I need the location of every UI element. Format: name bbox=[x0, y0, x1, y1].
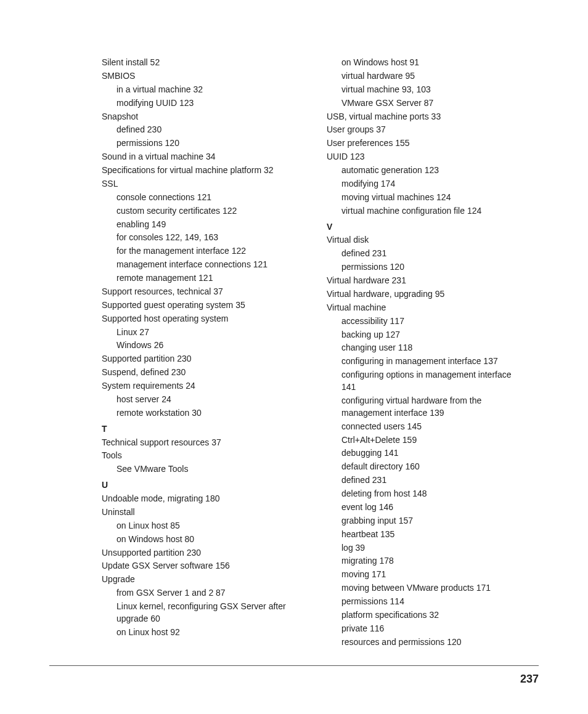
index-subentry: moving virtual machines 124 bbox=[327, 192, 527, 204]
index-entry: Technical support resources 37 bbox=[102, 437, 302, 449]
index-subentry: changing user 118 bbox=[327, 342, 527, 354]
index-subentry: private 116 bbox=[327, 623, 527, 635]
index-subentry: management interface connections 121 bbox=[102, 259, 302, 271]
index-subentry: from GSX Server 1 and 2 87 bbox=[102, 587, 302, 599]
index-entry: User preferences 155 bbox=[327, 137, 527, 150]
index-subentry: grabbing input 157 bbox=[327, 515, 527, 527]
index-subentry: accessibility 117 bbox=[327, 315, 527, 328]
footer-rule bbox=[49, 665, 539, 666]
index-subentry: for consoles 122, 149, 163 bbox=[102, 232, 302, 244]
index-entry: Virtual machine bbox=[327, 302, 527, 314]
index-subentry: defined 230 bbox=[102, 124, 302, 136]
index-entry: Tools bbox=[102, 450, 302, 462]
index-subentry: on Linux host 85 bbox=[102, 520, 302, 532]
index-entry: Silent install 52 bbox=[102, 57, 302, 69]
index-entry: Undoable mode, migrating 180 bbox=[102, 493, 302, 505]
index-subentry: defined 231 bbox=[327, 248, 527, 260]
index-subentry: deleting from host 148 bbox=[327, 488, 527, 500]
index-subentry: resources and permissions 120 bbox=[327, 636, 527, 649]
index-subentry: in a virtual machine 32 bbox=[102, 84, 302, 96]
index-entry: Virtual disk bbox=[327, 234, 527, 246]
index-entry: Unsupported partition 230 bbox=[102, 547, 302, 559]
index-section-head: U bbox=[102, 479, 302, 492]
index-entry: Sound in a virtual machine 34 bbox=[102, 151, 302, 163]
index-entry: USB, virtual machine ports 33 bbox=[327, 111, 527, 123]
index-subentry: virtual hardware 95 bbox=[327, 70, 527, 83]
index-subentry: on Linux host 92 bbox=[102, 627, 302, 639]
index-subentry: console connections 121 bbox=[102, 192, 302, 204]
index-subentry: for the management interface 122 bbox=[102, 245, 302, 258]
index-subentry: automatic generation 123 bbox=[327, 164, 527, 177]
index-subentry: configuring options in management interf… bbox=[327, 369, 527, 394]
index-subentry: modifying UUID 123 bbox=[102, 97, 302, 110]
index-subentry: enabling 149 bbox=[102, 219, 302, 231]
index-subentry: Windows 26 bbox=[102, 339, 302, 352]
index-entry: Virtual hardware, upgrading 95 bbox=[327, 288, 527, 301]
index-column-left: Silent install 52SMBIOSin a virtual mach… bbox=[102, 57, 302, 650]
index-subentry: connected users 145 bbox=[327, 421, 527, 433]
index-column-right: on Windows host 91virtual hardware 95vir… bbox=[327, 57, 527, 650]
index-subentry: configuring in management interface 137 bbox=[327, 355, 527, 368]
index-subentry: moving 171 bbox=[327, 569, 527, 581]
index-entry: Update GSX Server software 156 bbox=[102, 560, 302, 572]
index-entry: SMBIOS bbox=[102, 70, 302, 83]
index-page: Silent install 52SMBIOSin a virtual mach… bbox=[0, 0, 588, 714]
index-subentry: platform specifications 32 bbox=[327, 609, 527, 622]
index-subentry: custom security certificates 122 bbox=[102, 205, 302, 217]
index-subentry: modifying 174 bbox=[327, 178, 527, 190]
index-section-head: T bbox=[102, 423, 302, 436]
index-columns: Silent install 52SMBIOSin a virtual mach… bbox=[102, 57, 539, 650]
index-subentry: permissions 120 bbox=[102, 137, 302, 150]
index-subentry: moving between VMware products 171 bbox=[327, 582, 527, 594]
index-subentry: defined 231 bbox=[327, 474, 527, 487]
index-entry: Specifications for virtual machine platf… bbox=[102, 164, 302, 177]
index-subentry: remote workstation 30 bbox=[102, 407, 302, 420]
index-subentry: log 39 bbox=[327, 542, 527, 554]
index-subentry: host server 24 bbox=[102, 394, 302, 406]
index-subentry: Linux kernel, reconfiguring GSX Server a… bbox=[102, 601, 302, 625]
index-subentry: VMware GSX Server 87 bbox=[327, 97, 527, 110]
index-entry: System requirements 24 bbox=[102, 380, 302, 392]
index-entry: Supported guest operating system 35 bbox=[102, 299, 302, 312]
index-subentry: on Windows host 80 bbox=[102, 533, 302, 546]
index-section-head: V bbox=[327, 221, 527, 233]
page-number: 237 bbox=[520, 673, 539, 686]
index-entry: Supported partition 230 bbox=[102, 353, 302, 365]
index-subentry: See VMware Tools bbox=[102, 463, 302, 476]
index-entry: Snapshot bbox=[102, 111, 302, 123]
index-subentry: permissions 120 bbox=[327, 261, 527, 274]
index-entry: User groups 37 bbox=[327, 124, 527, 136]
index-subentry: backing up 127 bbox=[327, 329, 527, 341]
index-subentry: virtual machine configuration file 124 bbox=[327, 205, 527, 217]
index-subentry: default directory 160 bbox=[327, 461, 527, 473]
index-subentry: debugging 141 bbox=[327, 447, 527, 460]
index-subentry: Linux 27 bbox=[102, 327, 302, 339]
index-subentry: migrating 178 bbox=[327, 555, 527, 567]
index-entry: Virtual hardware 231 bbox=[327, 275, 527, 287]
index-entry: Support resources, technical 37 bbox=[102, 286, 302, 298]
index-subentry: remote management 121 bbox=[102, 272, 302, 285]
index-entry: Supported host operating system bbox=[102, 313, 302, 325]
index-subentry: configuring virtual hardware from the ma… bbox=[327, 395, 527, 420]
index-subentry: heartbeat 135 bbox=[327, 529, 527, 541]
index-subentry: Ctrl+Alt+Delete 159 bbox=[327, 434, 527, 447]
index-entry: SSL bbox=[102, 178, 302, 190]
index-subentry: permissions 114 bbox=[327, 596, 527, 608]
index-subentry: on Windows host 91 bbox=[327, 57, 527, 69]
index-subentry: event log 146 bbox=[327, 501, 527, 514]
index-entry: Uninstall bbox=[102, 506, 302, 519]
index-entry: Suspend, defined 230 bbox=[102, 367, 302, 379]
index-entry: Upgrade bbox=[102, 574, 302, 586]
index-subentry: virtual machine 93, 103 bbox=[327, 84, 527, 96]
index-entry: UUID 123 bbox=[327, 151, 527, 163]
